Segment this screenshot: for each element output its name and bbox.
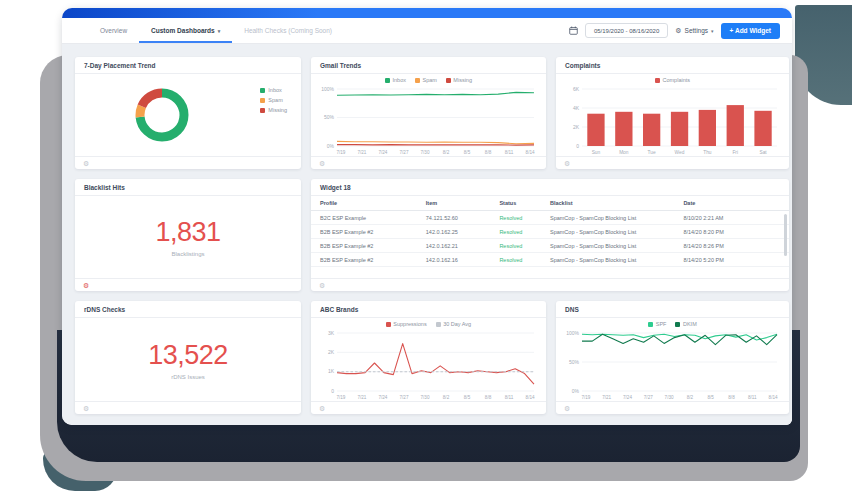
- gear-icon[interactable]: ⚙: [319, 282, 325, 289]
- gear-icon[interactable]: ⚙: [83, 282, 89, 289]
- chart-legend: SPFDKIM: [556, 318, 789, 330]
- tab-health-checks[interactable]: Health Checks (Coming Soon): [232, 18, 344, 43]
- cell-status: Resolved: [499, 243, 550, 249]
- table-row[interactable]: B2B ESP Example #2 142.0.162.16 Resolved…: [311, 253, 789, 267]
- legend-swatch: [260, 108, 265, 113]
- svg-text:Thu: Thu: [703, 150, 712, 155]
- table-scrollbar[interactable]: [784, 214, 787, 256]
- col-header-blacklist: Blacklist: [550, 200, 683, 206]
- legend-swatch: [385, 78, 390, 83]
- svg-text:Sat: Sat: [759, 150, 767, 155]
- widget-title: 7-Day Placement Trend: [75, 57, 301, 74]
- table-header-row: Profile Item Status Blacklist Date: [311, 196, 789, 211]
- table-row[interactable]: B2C ESP Example 74.121.52.60 Resolved Sp…: [311, 211, 789, 225]
- widget-footer: ⚙: [75, 156, 301, 169]
- svg-text:1K: 1K: [328, 368, 335, 374]
- svg-text:8/5: 8/5: [708, 395, 715, 400]
- svg-text:50%: 50%: [324, 114, 335, 120]
- legend-item: DKIM: [675, 321, 696, 327]
- gear-icon[interactable]: ⚙: [564, 405, 570, 412]
- legend-swatch: [386, 322, 391, 327]
- legend-swatch: [675, 322, 680, 327]
- date-range-input[interactable]: 05/19/2020 - 08/16/2020: [585, 23, 668, 38]
- svg-text:8/8: 8/8: [485, 395, 492, 400]
- widget-footer: ⚙: [311, 156, 546, 169]
- gear-icon[interactable]: ⚙: [83, 405, 89, 412]
- legend-swatch: [415, 78, 420, 83]
- mockup-stage: Overview Custom Dashboards ▾ Health Chec…: [0, 0, 852, 492]
- gear-icon[interactable]: ⚙: [83, 160, 89, 167]
- legend-label: SPF: [656, 321, 667, 327]
- svg-text:7/19: 7/19: [336, 150, 345, 155]
- cell-date: 8/14/20 8:26 PM: [683, 243, 780, 249]
- svg-text:Fri: Fri: [732, 150, 738, 155]
- cell-date: 8/14/20 5:20 PM: [683, 257, 780, 263]
- legend-swatch: [446, 78, 451, 83]
- table-row[interactable]: B2B ESP Example #2 142.0.162.21 Resolved…: [311, 239, 789, 253]
- tab-label: Overview: [100, 27, 127, 34]
- legend-item: Missing: [446, 77, 472, 83]
- cell-profile: B2C ESP Example: [320, 215, 426, 221]
- cell-blacklist: SpamCop - SpamCop Blocking List: [550, 215, 683, 221]
- tab-custom-dashboards[interactable]: Custom Dashboards ▾: [139, 18, 232, 43]
- svg-text:8/14: 8/14: [526, 150, 535, 155]
- legend-item: Inbox: [385, 77, 406, 83]
- chart-legend: Suppressions30 Day Avg: [311, 318, 546, 330]
- widget-blacklist-hits: Blacklist Hits 1,831 Blacklistings ⚙: [75, 179, 301, 291]
- rdns-subtitle: rDNS Issues: [171, 374, 205, 380]
- widget-gmail-trends: Gmail Trends InboxSpamMissing100%50%0%7/…: [311, 57, 546, 169]
- col-header-item: Item: [426, 200, 500, 206]
- gear-icon: ⚙: [675, 27, 681, 34]
- widget-title: Gmail Trends: [311, 57, 546, 74]
- svg-text:Mon: Mon: [619, 150, 629, 155]
- svg-text:0: 0: [331, 388, 334, 394]
- abc-brands-chart: Suppressions30 Day Avg3K2K1K07/197/217/2…: [311, 318, 546, 401]
- svg-text:7/24: 7/24: [378, 395, 387, 400]
- widget-footer: ⚙: [311, 278, 789, 291]
- rdns-count: 13,522: [148, 340, 228, 371]
- svg-text:8/5: 8/5: [464, 395, 471, 400]
- svg-text:7/21: 7/21: [357, 395, 366, 400]
- widget-blacklist-table: Widget 18 Profile Item Status Blacklist …: [311, 179, 789, 291]
- table-row[interactable]: B2B ESP Example #2 142.0.162.25 Resolved…: [311, 225, 789, 239]
- svg-text:7/30: 7/30: [665, 395, 674, 400]
- widget-footer: ⚙: [75, 401, 301, 414]
- cell-date: 8/14/20 8:20 PM: [683, 229, 780, 235]
- complaints-bar-chart: Complaints6K4K2K0SunMonTueWedThuFriSat: [556, 74, 789, 156]
- gear-icon[interactable]: ⚙: [564, 160, 570, 167]
- svg-text:7/21: 7/21: [357, 150, 366, 155]
- svg-text:7/24: 7/24: [623, 395, 632, 400]
- svg-text:7/30: 7/30: [421, 395, 430, 400]
- legend-label: Complaints: [662, 77, 690, 83]
- svg-text:8/2: 8/2: [687, 395, 694, 400]
- svg-text:100%: 100%: [566, 330, 579, 336]
- gear-icon[interactable]: ⚙: [319, 160, 325, 167]
- svg-text:8/11: 8/11: [505, 150, 514, 155]
- cell-date: 8/10/20 2:21 AM: [683, 215, 780, 221]
- add-widget-button[interactable]: + Add Widget: [721, 23, 780, 39]
- widget-grid: 7-Day Placement Trend InboxSpamMissing ⚙…: [62, 44, 792, 425]
- gear-icon[interactable]: ⚙: [319, 405, 325, 412]
- calendar-icon[interactable]: [569, 26, 578, 35]
- legend-swatch: [436, 322, 441, 327]
- tab-label: Custom Dashboards: [151, 27, 215, 34]
- legend-swatch: [648, 322, 653, 327]
- cell-profile: B2B ESP Example #2: [320, 229, 426, 235]
- settings-label: Settings: [685, 27, 709, 34]
- cell-item: 142.0.162.16: [426, 257, 500, 263]
- svg-text:0%: 0%: [327, 143, 335, 149]
- widget-footer: ⚙: [556, 401, 789, 414]
- svg-text:8/2: 8/2: [443, 150, 450, 155]
- tab-overview[interactable]: Overview: [88, 18, 139, 43]
- svg-text:7/27: 7/27: [400, 150, 409, 155]
- legend-label: Missing: [268, 107, 287, 113]
- svg-text:7/19: 7/19: [581, 395, 590, 400]
- legend-label: Inbox: [393, 77, 406, 83]
- svg-text:3K: 3K: [328, 330, 335, 336]
- dashboard-window: Overview Custom Dashboards ▾ Health Chec…: [62, 8, 792, 425]
- svg-text:7/30: 7/30: [421, 150, 430, 155]
- settings-menu[interactable]: ⚙ Settings ▾: [675, 27, 713, 34]
- cell-item: 142.0.162.21: [426, 243, 500, 249]
- tab-label: Health Checks (Coming Soon): [244, 27, 332, 34]
- svg-text:6K: 6K: [573, 86, 580, 92]
